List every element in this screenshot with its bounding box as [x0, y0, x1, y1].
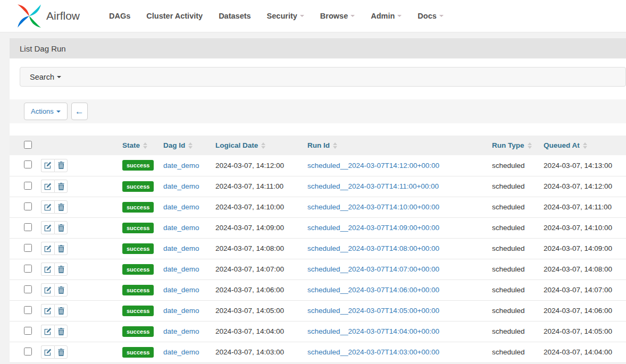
table-row: success date_demo 2024-03-07, 14:10:00 s…	[10, 197, 626, 217]
list-dag-run-panel: List Dag Run Search Actions ←	[10, 38, 626, 363]
trash-icon	[58, 328, 64, 335]
delete-record-button[interactable]	[54, 283, 68, 297]
trash-icon	[58, 224, 64, 232]
run-id-link[interactable]: scheduled__2024-03-07T14:05:00+00:00	[307, 307, 439, 315]
nav-item[interactable]: Cluster Activity	[138, 6, 211, 26]
row-checkbox[interactable]	[24, 160, 32, 168]
row-checkbox[interactable]	[24, 265, 32, 273]
dag-id-link[interactable]: date_demo	[163, 286, 199, 294]
column-sort-link[interactable]: Queued At	[544, 141, 587, 149]
edit-record-button[interactable]	[41, 283, 54, 297]
run-id-link[interactable]: scheduled__2024-03-07T14:07:00+00:00	[307, 265, 439, 273]
select-all-checkbox[interactable]	[24, 141, 32, 149]
nav-item[interactable]: Docs	[410, 6, 451, 26]
delete-record-button[interactable]	[54, 242, 68, 255]
run-type-cell: scheduled	[492, 155, 544, 176]
edit-record-button[interactable]	[41, 221, 54, 234]
queued-at-cell: 2024-03-07, 14:10:00	[544, 217, 626, 238]
row-checkbox[interactable]	[24, 202, 32, 210]
delete-record-button[interactable]	[54, 304, 68, 317]
edit-pencil-icon	[44, 307, 52, 315]
nav-item-label: Cluster Activity	[146, 12, 203, 20]
row-checkbox[interactable]	[24, 348, 32, 355]
queued-at-cell: 2024-03-07, 14:08:00	[544, 259, 626, 280]
status-badge: success	[122, 223, 154, 233]
nav-item[interactable]: Browse	[312, 6, 363, 26]
delete-record-button[interactable]	[54, 180, 68, 193]
delete-record-button[interactable]	[54, 263, 68, 276]
row-checkbox[interactable]	[24, 306, 32, 314]
nav-item[interactable]: Datasets	[211, 6, 258, 26]
airflow-home-link[interactable]: Airflow	[16, 3, 80, 29]
logical-date-cell: 2024-03-07, 14:09:00	[215, 217, 307, 238]
column-sort-link[interactable]: Dag Id	[163, 141, 193, 149]
search-accordion-toggle[interactable]: Search	[20, 67, 626, 87]
row-checkbox[interactable]	[24, 327, 32, 335]
edit-record-button[interactable]	[41, 200, 54, 214]
chevron-down-icon	[57, 76, 61, 78]
actions-button-label: Actions	[31, 107, 54, 115]
actions-button[interactable]: Actions	[24, 103, 68, 120]
dag-id-link[interactable]: date_demo	[163, 244, 199, 252]
table-row: success date_demo 2024-03-07, 14:09:00 s…	[10, 217, 626, 238]
row-checkbox[interactable]	[24, 182, 32, 190]
edit-record-button[interactable]	[41, 159, 54, 172]
delete-record-button[interactable]	[54, 200, 68, 214]
table-row: success date_demo 2024-03-07, 14:03:00 s…	[10, 342, 626, 362]
column-sort-link[interactable]: Run Id	[307, 141, 337, 149]
row-action-buttons	[41, 159, 68, 172]
nav-item[interactable]: Admin	[363, 6, 410, 26]
edit-record-button[interactable]	[41, 242, 54, 255]
delete-record-button[interactable]	[54, 221, 68, 234]
dag-id-link[interactable]: date_demo	[163, 265, 199, 273]
column-header-label: Queued At	[544, 141, 580, 149]
back-arrow-icon: ←	[75, 107, 84, 116]
delete-record-button[interactable]	[54, 159, 68, 172]
queued-at-cell: 2024-03-07, 14:07:00	[544, 280, 626, 300]
status-badge: success	[122, 202, 154, 213]
row-checkbox[interactable]	[24, 223, 32, 231]
edit-record-button[interactable]	[41, 180, 54, 193]
run-id-link[interactable]: scheduled__2024-03-07T14:09:00+00:00	[307, 224, 439, 232]
queued-at-cell: 2024-03-07, 14:13:00	[544, 155, 626, 176]
run-id-link[interactable]: scheduled__2024-03-07T14:11:00+00:00	[307, 182, 439, 190]
run-id-link[interactable]: scheduled__2024-03-07T14:03:00+00:00	[307, 348, 439, 356]
run-id-link[interactable]: scheduled__2024-03-07T14:10:00+00:00	[307, 203, 439, 211]
dag-id-link[interactable]: date_demo	[163, 203, 199, 211]
queued-at-cell: 2024-03-07, 14:04:00	[544, 342, 626, 362]
run-id-link[interactable]: scheduled__2024-03-07T14:06:00+00:00	[307, 286, 439, 294]
delete-record-button[interactable]	[54, 345, 68, 359]
nav-item[interactable]: DAGs	[101, 6, 138, 26]
chevron-down-icon	[300, 15, 304, 17]
edit-record-button[interactable]	[41, 304, 54, 317]
run-type-cell: scheduled	[492, 176, 544, 197]
run-id-link[interactable]: scheduled__2024-03-07T14:08:00+00:00	[307, 244, 439, 252]
row-checkbox[interactable]	[24, 244, 32, 252]
row-checkbox[interactable]	[24, 285, 32, 293]
edit-record-button[interactable]	[41, 263, 54, 276]
nav-item-label: Admin	[371, 12, 395, 20]
dag-id-link[interactable]: date_demo	[163, 348, 199, 356]
nav-item-label: Browse	[320, 12, 348, 20]
run-id-link[interactable]: scheduled__2024-03-07T14:12:00+00:00	[307, 162, 439, 170]
run-type-cell: scheduled	[492, 300, 544, 321]
column-sort-link[interactable]: State	[122, 141, 147, 149]
edit-pencil-icon	[44, 245, 52, 252]
status-badge: success	[122, 326, 154, 337]
dag-id-link[interactable]: date_demo	[163, 307, 199, 315]
run-id-link[interactable]: scheduled__2024-03-07T14:04:00+00:00	[307, 327, 439, 335]
back-button[interactable]: ←	[71, 103, 88, 120]
dag-id-link[interactable]: date_demo	[163, 162, 199, 170]
logical-date-cell: 2024-03-07, 14:04:00	[215, 321, 307, 342]
status-badge: success	[122, 347, 154, 358]
edit-pencil-icon	[44, 183, 52, 190]
column-sort-link[interactable]: Run Type	[492, 141, 532, 149]
dag-id-link[interactable]: date_demo	[163, 224, 199, 232]
nav-item[interactable]: Security	[259, 6, 312, 26]
column-sort-link[interactable]: Logical Date	[215, 141, 265, 149]
dag-id-link[interactable]: date_demo	[163, 327, 199, 335]
edit-record-button[interactable]	[41, 325, 54, 338]
edit-record-button[interactable]	[41, 345, 54, 359]
delete-record-button[interactable]	[54, 325, 68, 338]
dag-id-link[interactable]: date_demo	[163, 182, 199, 190]
